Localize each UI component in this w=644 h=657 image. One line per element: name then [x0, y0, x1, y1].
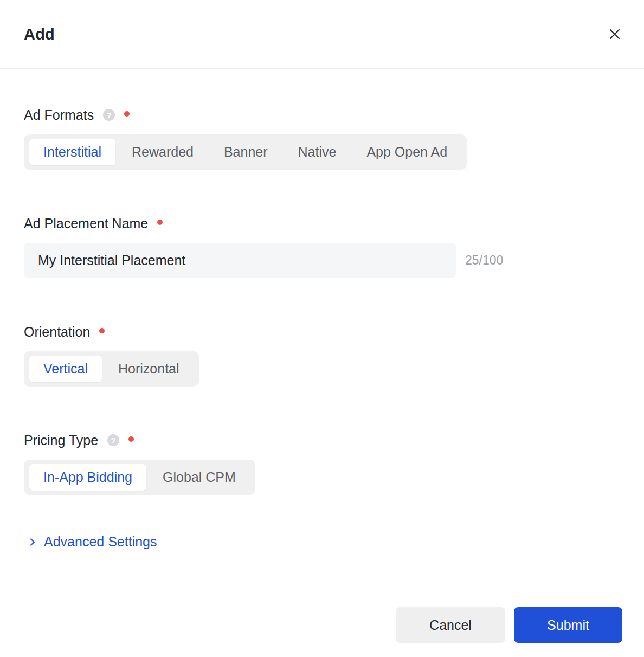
pricing-type-label: Pricing Type	[24, 433, 98, 448]
dialog-footer: Cancel Submit	[0, 589, 644, 657]
pricing-type-field: Pricing Type ? In-App BiddingGlobal CPM	[24, 432, 622, 495]
ad-format-option-app-open-ad[interactable]: App Open Ad	[352, 139, 461, 165]
help-icon[interactable]: ?	[103, 109, 115, 121]
cancel-button[interactable]: Cancel	[396, 607, 505, 643]
required-dot	[128, 436, 134, 442]
ad-placement-name-label: Ad Placement Name	[24, 216, 148, 231]
dialog-body: Ad Formats ? InterstitialRewardedBannerN…	[0, 69, 644, 589]
ad-format-option-interstitial[interactable]: Interstitial	[29, 139, 115, 165]
orientation-field: Orientation VerticalHorizontal	[24, 324, 622, 387]
dialog-header: Add	[0, 0, 644, 69]
ad-format-option-native[interactable]: Native	[284, 139, 351, 165]
orientation-label-row: Orientation	[24, 324, 622, 340]
close-button[interactable]	[607, 27, 622, 42]
dialog-title: Add	[24, 25, 55, 43]
pricing-type-label-row: Pricing Type ?	[24, 432, 622, 448]
orientation-option-vertical[interactable]: Vertical	[29, 356, 102, 382]
char-counter: 25/100	[465, 253, 503, 268]
required-dot	[124, 111, 130, 117]
required-dot	[99, 328, 105, 333]
ad-format-option-rewarded[interactable]: Rewarded	[118, 139, 208, 165]
advanced-settings-label: Advanced Settings	[44, 534, 157, 550]
ad-placement-name-input[interactable]	[24, 243, 456, 278]
close-icon	[608, 28, 621, 41]
orientation-segmented-control: VerticalHorizontal	[24, 351, 199, 387]
help-icon[interactable]: ?	[107, 434, 119, 446]
required-dot	[157, 220, 163, 225]
advanced-settings-toggle[interactable]: Advanced Settings	[24, 534, 157, 550]
ad-formats-label: Ad Formats	[24, 107, 94, 123]
ad-formats-field: Ad Formats ? InterstitialRewardedBannerN…	[24, 107, 622, 170]
ad-formats-label-row: Ad Formats ?	[24, 107, 622, 123]
pricing-type-option-global-cpm[interactable]: Global CPM	[149, 464, 250, 491]
submit-button[interactable]: Submit	[514, 607, 622, 643]
pricing-type-option-in-app-bidding[interactable]: In-App Bidding	[29, 464, 146, 491]
ad-formats-segmented-control: InterstitialRewardedBannerNativeApp Open…	[24, 134, 467, 170]
ad-placement-name-label-row: Ad Placement Name	[24, 215, 622, 231]
chevron-right-icon	[28, 538, 37, 546]
pricing-type-segmented-control: In-App BiddingGlobal CPM	[24, 460, 255, 495]
ad-format-option-banner[interactable]: Banner	[210, 139, 282, 165]
ad-placement-name-input-row: 25/100	[24, 243, 622, 278]
ad-placement-name-field: Ad Placement Name 25/100	[24, 215, 622, 278]
orientation-option-horizontal[interactable]: Horizontal	[104, 356, 194, 382]
orientation-label: Orientation	[24, 324, 90, 340]
